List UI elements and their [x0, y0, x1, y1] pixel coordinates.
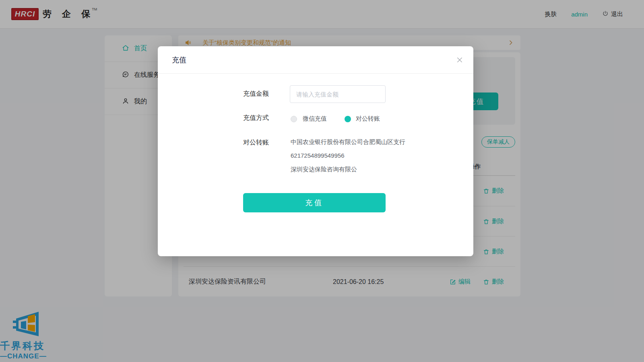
close-icon[interactable] — [456, 56, 464, 64]
radio-wechat[interactable] — [291, 116, 297, 122]
radio-wechat-label[interactable]: 微信充值 — [303, 115, 327, 123]
modal-header: 充值 — [158, 46, 473, 74]
bank-holder-text: 深圳安达保险咨询有限公 — [291, 166, 357, 173]
radio-transfer[interactable] — [345, 116, 351, 122]
bank-name-text: 中国农业银行股份有限公司合肥蜀山区支行 — [291, 138, 405, 146]
amount-input[interactable] — [290, 85, 386, 103]
method-field-label: 充值方式 — [243, 114, 269, 122]
submit-recharge-button[interactable]: 充值 — [243, 193, 386, 212]
page: HRCI 劳 企 保 TM 换肤 admin 退出 — [0, 0, 644, 362]
radio-transfer-label[interactable]: 对公转账 — [356, 115, 380, 123]
amount-field-label: 充值金额 — [243, 90, 269, 98]
bank-account-text: 6217254899549956 — [291, 152, 344, 159]
transfer-field-label: 对公转账 — [243, 138, 269, 147]
recharge-modal: 充值 充值金额 充值方式 微信充值 对公转账 对公转账 中国农业银行股份有限公司… — [158, 46, 473, 256]
modal-title: 充值 — [172, 46, 186, 74]
